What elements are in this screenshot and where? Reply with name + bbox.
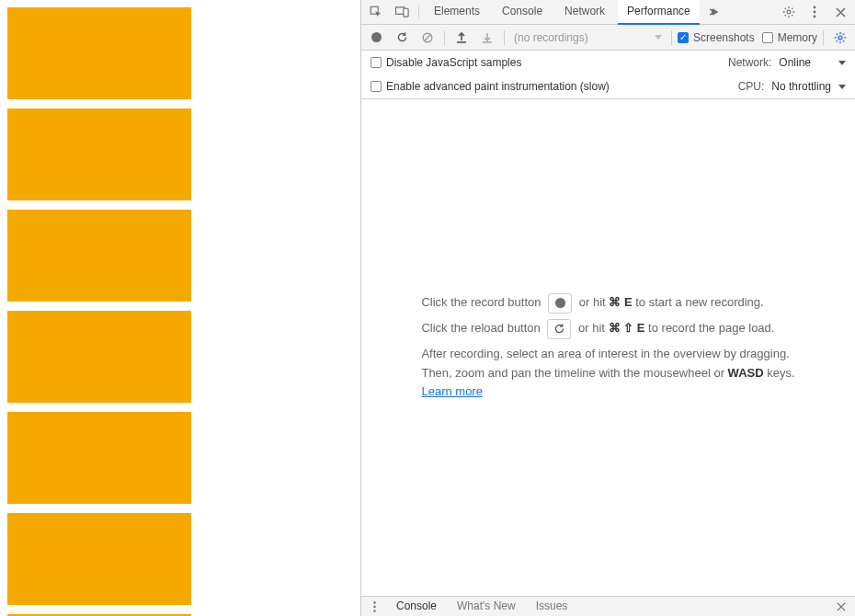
capture-settings-gear-icon[interactable] [829,27,851,49]
gold-box [7,7,191,99]
tab-elements[interactable]: Elements [425,0,489,25]
svg-point-4 [814,6,816,9]
close-drawer-icon[interactable] [833,599,849,615]
settings-gear-icon[interactable] [778,1,800,23]
memory-label: Memory [778,31,817,44]
reload-button[interactable] [391,27,413,49]
svg-rect-2 [403,8,407,17]
learn-more-link[interactable]: Learn more [421,384,482,398]
disable-js-samples-checkbox[interactable]: Disable JavaScript samples [370,56,521,69]
tab-console[interactable]: Console [493,0,552,25]
gold-box [7,210,191,302]
devtools-tab-strip: Elements Console Network Performance [361,0,855,25]
text: to record the page load. [648,321,774,335]
close-devtools-icon[interactable] [829,1,851,23]
instructions: Click the record button or hit ⌘ E to st… [421,288,794,407]
clear-button[interactable] [416,27,439,49]
recordings-dropdown[interactable]: (no recordings) [510,28,666,48]
separator [823,30,824,45]
reload-button-inline[interactable] [547,319,571,339]
gold-box [7,108,191,200]
network-throttle-select[interactable]: Network: Online [728,56,846,69]
checkbox-unchecked-icon [370,57,382,68]
performance-toolbar: (no recordings) ✓ Screenshots Memory [361,25,855,51]
enable-paint-label: Enable advanced paint instrumentation (s… [386,80,610,93]
text: Click the reload button [421,321,540,335]
svg-line-8 [425,34,431,40]
cpu-value: No throttling [771,80,831,93]
performance-body: Click the record button or hit ⌘ E to st… [361,99,855,596]
screenshots-checkbox[interactable]: ✓ Screenshots [678,31,755,44]
drawer-tab-whats-new[interactable]: What's New [451,597,521,617]
gold-box [7,412,191,504]
gold-box [7,311,191,403]
cpu-label: CPU: [738,80,765,93]
cpu-throttle-select[interactable]: CPU: No throttling [738,80,846,93]
chevron-down-icon [838,85,846,89]
device-toggle-icon[interactable] [391,1,413,23]
checkbox-checked-icon: ✓ [678,32,689,43]
recordings-placeholder: (no recordings) [514,31,588,44]
memory-checkbox[interactable]: Memory [762,31,817,44]
tab-performance[interactable]: Performance [618,0,700,25]
capture-options: Disable JavaScript samples Network: Onli… [361,51,855,99]
svg-point-14 [373,610,375,611]
tab-network[interactable]: Network [555,0,614,25]
screenshots-label: Screenshots [693,31,755,44]
svg-point-12 [373,601,375,603]
kebab-menu-icon[interactable] [804,1,826,23]
enable-paint-checkbox[interactable]: Enable advanced paint instrumentation (s… [370,80,610,93]
record-button[interactable] [365,27,387,49]
devtools-drawer: Console What's New Issues [361,596,855,616]
more-tabs-icon[interactable] [703,1,725,23]
record-button-inline[interactable] [548,293,572,314]
upload-profile-icon[interactable] [450,27,473,49]
checkbox-unchecked-icon [370,81,382,92]
download-profile-icon[interactable] [476,27,498,49]
text: or hit [578,321,605,335]
gold-box [7,513,191,605]
kebab-menu-icon[interactable] [367,599,382,614]
chevron-down-icon [838,61,846,65]
kbd-shortcut: ⌘ E [609,295,632,309]
separator [444,30,445,45]
text: keys. [767,366,794,380]
svg-point-13 [373,605,375,607]
inspect-element-icon[interactable] [365,1,387,23]
text: After recording, select an area of inter… [421,347,789,360]
disable-js-samples-label: Disable JavaScript samples [386,56,521,69]
drawer-tab-console[interactable]: Console [391,597,442,617]
network-value: Online [779,56,811,69]
separator [504,30,505,45]
separator [418,5,419,19]
text: Then, zoom and pan the timeline with the… [421,366,724,380]
checkbox-unchecked-icon [762,32,773,43]
devtools-panel: Elements Console Network Performance [361,0,855,616]
text: or hit [579,295,606,309]
kbd-wasd: WASD [728,366,764,380]
svg-point-6 [814,16,816,18]
drawer-tab-issues[interactable]: Issues [530,597,574,617]
kbd-shortcut: ⌘ ⇧ E [609,321,645,335]
page-content [0,0,361,616]
chevron-down-icon [655,35,662,40]
svg-point-3 [787,10,791,14]
text: Click the record button [421,295,541,309]
separator [671,30,672,45]
svg-point-5 [814,11,816,14]
network-label: Network: [728,56,771,69]
text: to start a new recording. [635,295,763,309]
svg-point-11 [838,36,842,40]
